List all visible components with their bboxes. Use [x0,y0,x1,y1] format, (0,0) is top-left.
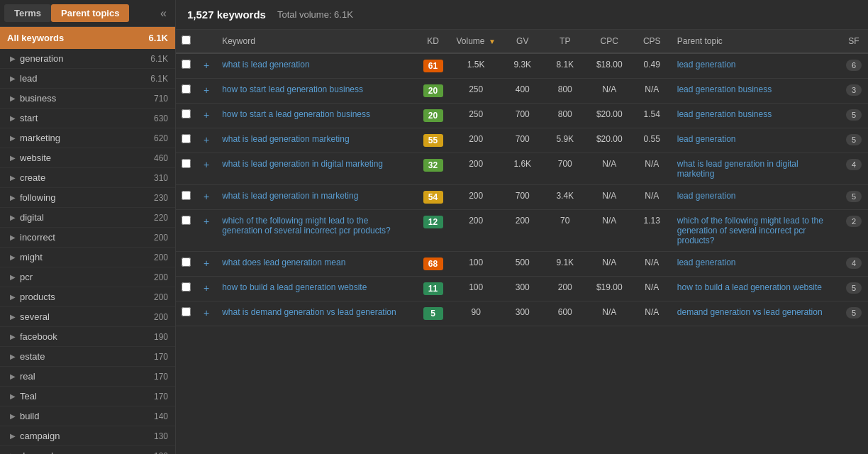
sf-badge-5: 5 [846,191,862,202]
row-checkbox-8[interactable] [182,282,191,292]
parent-topic-link-9[interactable]: demand generation vs lead generation [677,307,823,317]
col-header-tp[interactable]: TP [544,30,586,53]
col-header-kd[interactable]: KD [416,30,451,53]
sidebar-item[interactable]: ▶ start 630 [0,109,175,128]
sidebar-item[interactable]: ▶ incorrect 200 [0,228,175,248]
add-keyword-button-6[interactable]: + [202,216,211,227]
row-add-cell-4: + [196,153,216,185]
add-keyword-button-7[interactable]: + [202,258,211,269]
row-checkbox-cell-5 [176,185,196,210]
keyword-link-6[interactable]: which of the following might lead to the… [222,216,390,236]
row-checkbox-3[interactable] [182,134,191,143]
sidebar-item-count-2: 710 [154,94,168,104]
sidebar-item-arrow-1: ▶ [10,74,16,82]
parent-topic-link-0[interactable]: lead generation [677,60,736,70]
sidebar-item[interactable]: ▶ generation 6.1K [0,49,175,69]
sidebar-item[interactable]: ▶ build 140 [0,406,175,426]
sidebar-item[interactable]: ▶ estate 170 [0,347,175,367]
sidebar-item-arrow-2: ▶ [10,94,16,102]
keyword-link-5[interactable]: what is lead generation in marketing [222,191,358,201]
add-keyword-button-1[interactable]: + [202,84,211,96]
sidebar-item[interactable]: ▶ facebook 190 [0,327,175,347]
all-keywords-row[interactable]: All keywords 6.1K [0,27,175,49]
sidebar-item[interactable]: ▶ create 310 [0,168,175,188]
parent-topic-link-2[interactable]: lead generation business [677,109,772,119]
row-sf-1: 3 [840,79,868,104]
tab-terms[interactable]: Terms [4,4,51,22]
parent-topic-link-5[interactable]: lead generation [677,191,736,201]
row-parent-1: lead generation business [672,79,840,104]
row-checkbox-7[interactable] [182,258,191,267]
parent-topic-link-8[interactable]: how to build a lead generation website [677,282,822,292]
sidebar-item[interactable]: ▶ digital 220 [0,208,175,228]
sidebar-item[interactable]: ▶ business 710 [0,89,175,109]
keyword-link-9[interactable]: what is demand generation vs lead genera… [222,307,396,317]
row-checkbox-0[interactable] [182,60,191,69]
add-keyword-button-4[interactable]: + [202,159,211,170]
row-checkbox-2[interactable] [182,109,191,118]
add-keyword-button-9[interactable]: + [202,307,211,319]
select-all-checkbox[interactable] [182,35,191,45]
sidebar-item-count-10: 200 [154,253,168,262]
row-cps-6: 1.13 [633,210,672,252]
parent-topic-link-4[interactable]: what is lead generation in digital marke… [677,159,799,179]
row-checkbox-5[interactable] [182,191,191,200]
add-keyword-button-2[interactable]: + [202,109,211,121]
table-row: + what does lead generation mean 68 100 … [176,252,868,277]
sidebar-item[interactable]: ▶ might 200 [0,248,175,267]
keyword-link-3[interactable]: what is lead generation marketing [222,134,349,144]
kd-badge-3: 55 [423,134,443,147]
col-header-volume[interactable]: Volume ▼ [451,30,501,53]
row-kd-8: 11 [416,277,451,301]
sidebar-item[interactable]: ▶ demand 130 [0,446,175,454]
row-volume-2: 250 [451,104,501,128]
col-header-cpc[interactable]: CPC [586,30,633,53]
sidebar-item[interactable]: ▶ Teal 170 [0,387,175,406]
add-keyword-button-5[interactable]: + [202,191,211,202]
parent-topic-link-3[interactable]: lead generation [677,134,736,144]
sidebar-item[interactable]: ▶ real 170 [0,367,175,387]
sidebar-item-arrow-18: ▶ [10,412,16,420]
keyword-link-0[interactable]: what is lead generation [222,60,309,70]
row-keyword-4: what is lead generation in digital marke… [216,153,415,185]
add-keyword-button-3[interactable]: + [202,134,211,145]
parent-topic-link-6[interactable]: which of the following might lead to the… [677,216,823,245]
keyword-link-8[interactable]: how to build a lead generation website [222,282,367,292]
row-checkbox-1[interactable] [182,84,191,94]
parent-topic-link-1[interactable]: lead generation business [677,84,772,94]
col-header-keyword[interactable]: Keyword [216,30,415,53]
col-header-cps[interactable]: CPS [633,30,672,53]
sidebar-item[interactable]: ▶ marketing 620 [0,128,175,148]
kd-badge-5: 54 [423,191,443,204]
sidebar-item[interactable]: ▶ following 230 [0,188,175,208]
row-checkbox-9[interactable] [182,307,191,316]
row-parent-2: lead generation business [672,104,840,128]
parent-topic-link-7[interactable]: lead generation [677,258,736,267]
keyword-link-4[interactable]: what is lead generation in digital marke… [222,159,383,169]
col-header-sf[interactable]: SF [840,30,868,53]
row-checkbox-6[interactable] [182,216,191,225]
col-header-check[interactable] [176,30,196,53]
sidebar-item-count-0: 6.1K [150,54,168,64]
sidebar-item[interactable]: ▶ campaign 130 [0,426,175,446]
sidebar-item[interactable]: ▶ pcr 200 [0,267,175,287]
sidebar-item-count-4: 620 [154,133,168,143]
sidebar-item-label-20: demand [20,450,154,454]
sidebar-item[interactable]: ▶ lead 6.1K [0,69,175,89]
sidebar-item-label-9: incorrect [20,232,154,243]
keyword-link-2[interactable]: how to start a lead generation business [222,109,370,119]
sidebar-item-label-17: Teal [20,391,154,402]
add-keyword-button-8[interactable]: + [202,282,211,294]
keyword-link-7[interactable]: what does lead generation mean [222,258,345,267]
sidebar-item[interactable]: ▶ products 200 [0,287,175,307]
sidebar-item[interactable]: ▶ website 460 [0,148,175,168]
col-header-gv[interactable]: GV [501,30,544,53]
collapse-sidebar-button[interactable]: « [156,6,171,21]
row-checkbox-4[interactable] [182,159,191,168]
keyword-link-1[interactable]: how to start lead generation business [222,84,363,94]
table-row: + what is lead generation in marketing 5… [176,185,868,210]
tab-parent-topics[interactable]: Parent topics [51,4,129,22]
sidebar-item[interactable]: ▶ several 200 [0,307,175,327]
add-keyword-button-0[interactable]: + [202,60,211,71]
col-header-parent[interactable]: Parent topic [672,30,840,53]
